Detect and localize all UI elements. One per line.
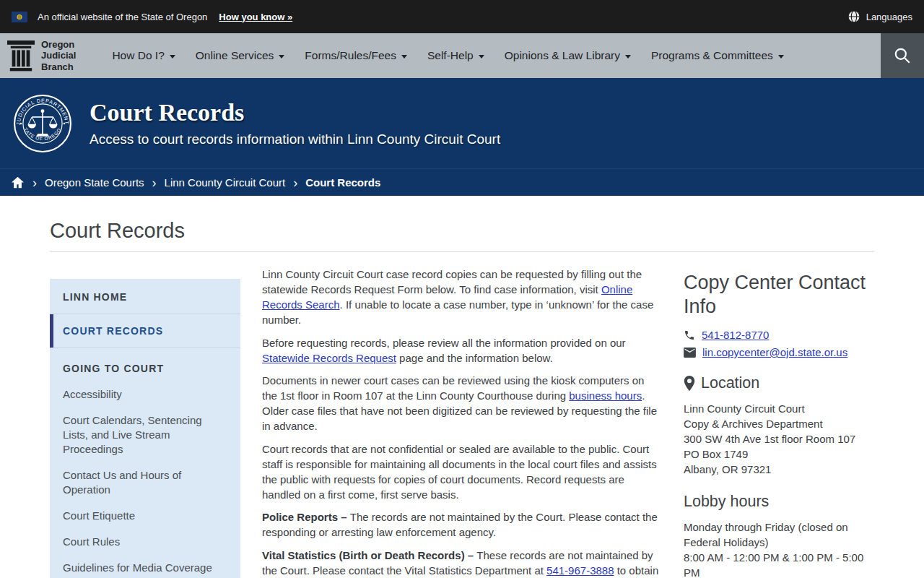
logo-line: Judicial — [41, 50, 76, 61]
utility-bar: An official website of the State of Oreg… — [0, 0, 924, 33]
logo-line: Branch — [41, 61, 76, 72]
main-content: Linn County Circuit Court case record co… — [262, 267, 662, 578]
paragraph: Court records that are not confidential … — [262, 441, 662, 502]
nav-item[interactable]: Forms/Rules/Fees — [305, 49, 407, 62]
phone-link[interactable]: 541-812-8770 — [702, 329, 769, 341]
hero-text: Court Records Access to court records in… — [90, 99, 500, 147]
chevron-down-icon — [401, 55, 407, 59]
side-nav: LINN HOMECOURT RECORDSGOING TO COURTAcce… — [50, 279, 240, 578]
phone-icon — [684, 329, 695, 341]
breadcrumb-list: ›Oregon State Courts›Linn County Circuit… — [32, 176, 380, 189]
content-paragraphs: Linn County Circuit Court case record co… — [262, 267, 662, 578]
search-button[interactable] — [881, 33, 924, 78]
nav-item-label: Forms/Rules/Fees — [305, 49, 396, 62]
paragraph-text: Before requesting records, please review… — [262, 337, 626, 349]
nav-item[interactable]: How Do I? — [112, 49, 175, 62]
paragraph-text: page and the information below. — [396, 352, 553, 364]
sidebar-item[interactable]: Guidelines for Media Coverage — [50, 555, 240, 578]
address-line: Copy & Archives Department — [684, 416, 874, 431]
paragraph-text: Linn County Circuit Court case record co… — [262, 268, 642, 296]
content-wrapper: Court Records LINN HOMECOURT RECORDSGOIN… — [50, 219, 874, 578]
sidebar-item[interactable]: Court Rules — [50, 529, 240, 555]
main-menu: How Do I?Online ServicesForms/Rules/Fees… — [112, 33, 783, 78]
email-link[interactable]: lin.copycenter@ojd.state.or.us — [702, 346, 847, 358]
oregon-flag-icon — [12, 12, 27, 22]
paragraph: Linn County Circuit Court case record co… — [262, 267, 662, 327]
inline-link[interactable]: business hours — [569, 389, 642, 402]
sidebar-item[interactable]: Court Etiquette — [50, 503, 240, 529]
address-line: Linn County Circuit Court — [684, 401, 874, 416]
contact-title: Copy Center Contact Info — [684, 271, 874, 319]
chevron-down-icon — [479, 55, 484, 59]
how-you-know-link[interactable]: How you know » — [219, 12, 292, 22]
ojb-logo[interactable]: Oregon Judicial Branch — [0, 33, 76, 78]
sidebar-item[interactable]: Accessibility — [50, 381, 240, 407]
address-line: PO Box 1749 — [684, 447, 874, 462]
chevron-down-icon — [625, 55, 631, 59]
breadcrumb-link[interactable]: Oregon State Courts — [45, 176, 144, 189]
location-pin-icon — [684, 376, 695, 391]
paragraph-lead: Police Reports – — [262, 511, 350, 523]
chevron-down-icon — [778, 55, 784, 59]
sidebar-item-current[interactable]: COURT RECORDS — [50, 314, 240, 348]
nav-item-label: Programs & Committees — [651, 49, 773, 62]
sidebar-section[interactable]: LINN HOME — [50, 280, 240, 314]
logo-line: Oregon — [41, 39, 76, 50]
breadcrumb-separator: › — [152, 176, 157, 189]
logo-text: Oregon Judicial Branch — [41, 39, 76, 72]
hero-title: Court Records — [90, 99, 500, 126]
scales-icon — [28, 110, 58, 136]
sidebar-item[interactable]: Contact Us and Hours of Operation — [50, 462, 240, 503]
paragraph: Documents in newer court cases can be re… — [262, 373, 662, 434]
lobby-hours-heading: Lobby hours — [684, 493, 874, 511]
languages-button[interactable]: Languages — [847, 10, 912, 23]
nav-item[interactable]: Self-Help — [427, 49, 484, 62]
search-icon — [893, 46, 912, 65]
pillar-icon — [7, 39, 35, 72]
contact-aside: Copy Center Contact Info 541-812-8770 li… — [684, 271, 874, 578]
paragraph: Police Reports – The records are not mai… — [262, 509, 662, 540]
paragraph: Before requesting records, please review… — [262, 335, 662, 366]
address-block: Linn County Circuit CourtCopy & Archives… — [684, 401, 874, 477]
paragraph-text: Court records that are not confidential … — [262, 443, 657, 501]
sidebar-section[interactable]: GOING TO COURT — [50, 348, 240, 381]
chevron-down-icon — [279, 55, 284, 59]
lobby-hours-block: Monday through Friday (closed on Federal… — [684, 519, 874, 578]
breadcrumb-link[interactable]: Linn County Circuit Court — [165, 176, 286, 189]
inline-link[interactable]: 541-967-3888 — [546, 564, 614, 577]
phone-row: 541-812-8770 — [684, 329, 874, 341]
judicial-seal: JUDICIAL DEPARTMENT STATE OF OREGON — [13, 94, 72, 153]
location-title: Location — [701, 374, 759, 392]
globe-icon — [847, 10, 860, 23]
chevron-down-icon — [170, 55, 175, 59]
nav-item[interactable]: Opinions & Law Library — [505, 49, 631, 62]
breadcrumb-home-link[interactable] — [11, 176, 25, 189]
paragraph: Vital Statistics (Birth or Death Records… — [262, 548, 662, 578]
lobby-hours-line: Monday through Friday (closed on Federal… — [684, 519, 874, 550]
nav-item-label: Online Services — [196, 49, 274, 62]
email-row: lin.copycenter@ojd.state.or.us — [684, 346, 874, 358]
home-icon — [11, 176, 25, 189]
hero-subtitle: Access to court records information with… — [90, 131, 500, 147]
lobby-hours-title: Lobby hours — [684, 493, 769, 511]
address-line: Albany, OR 97321 — [684, 462, 874, 477]
nav-item-label: Self-Help — [427, 49, 474, 62]
inline-link[interactable]: Statewide Records Request — [262, 352, 396, 364]
breadcrumb-current: Court Records — [305, 176, 380, 189]
nav-item[interactable]: Online Services — [196, 49, 285, 62]
breadcrumb-separator: › — [293, 176, 297, 189]
nav-item[interactable]: Programs & Committees — [651, 49, 784, 62]
email-icon — [684, 348, 696, 358]
breadcrumb-separator: › — [32, 176, 37, 189]
page-title: Court Records — [50, 219, 874, 252]
official-website-text: An official website of the State of Oreg… — [38, 12, 207, 22]
left-sidebar: LINN HOMECOURT RECORDSGOING TO COURTAcce… — [50, 279, 240, 578]
location-heading: Location — [684, 374, 874, 392]
lobby-hours-line: 8:00 AM - 12:00 PM & 1:00 PM - 5:00 PM — [684, 550, 874, 578]
hero-banner: JUDICIAL DEPARTMENT STATE OF OREGON Cour… — [0, 78, 924, 168]
paragraph-lead: Vital Statistics (Birth or Death Records… — [262, 549, 476, 561]
sidebar-item[interactable]: Court Calendars, Sentencing Lists, and L… — [50, 407, 240, 462]
main-nav: Oregon Judicial Branch How Do I?Online S… — [0, 33, 924, 78]
breadcrumb: ›Oregon State Courts›Linn County Circuit… — [0, 168, 924, 196]
nav-item-label: Opinions & Law Library — [505, 49, 620, 62]
